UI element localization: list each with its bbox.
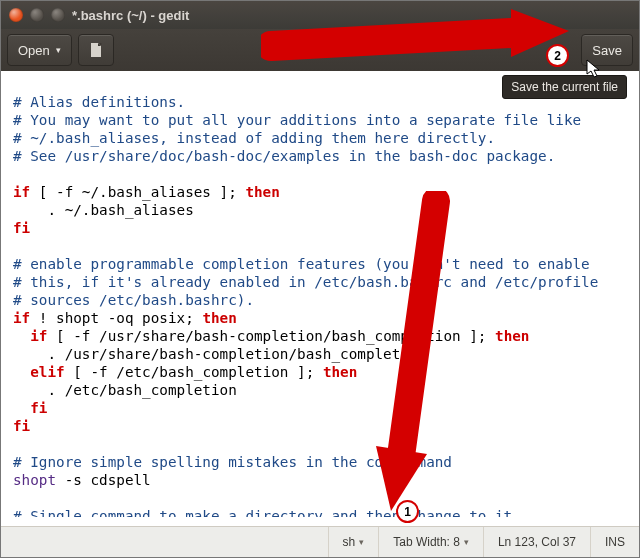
save-button-label: Save xyxy=(592,43,622,58)
annotation-badge-1: 1 xyxy=(396,500,419,523)
kw-fi: fi xyxy=(13,400,47,416)
code-comment: # sources /etc/bash.bashrc). xyxy=(13,292,254,308)
kw-if: if xyxy=(13,310,30,326)
kw-elif: elif xyxy=(13,364,65,380)
code-comment: # See /usr/share/doc/bash-doc/examples i… xyxy=(13,148,555,164)
window-close-icon[interactable] xyxy=(9,8,23,22)
kw-then: then xyxy=(245,184,279,200)
code-line: . ~/.bash_aliases xyxy=(13,202,194,218)
annotation-arrow xyxy=(361,191,481,521)
chevron-down-icon: ▾ xyxy=(359,537,364,547)
code-line: . /etc/bash_completion xyxy=(13,382,237,398)
code-comment: # enable programmable completion feature… xyxy=(13,256,590,272)
status-language[interactable]: sh▾ xyxy=(328,527,379,557)
kw-if: if xyxy=(13,328,47,344)
cmd-shopt: shopt xyxy=(13,472,56,488)
open-button[interactable]: Open ▾ xyxy=(7,34,72,66)
window-title: *.bashrc (~/) - gedit xyxy=(72,8,189,23)
chevron-down-icon: ▾ xyxy=(56,45,61,55)
status-tab-width[interactable]: Tab Width: 8▾ xyxy=(378,527,483,557)
annotation-badge-2: 2 xyxy=(546,44,569,67)
code-comment: # Alias definitions. xyxy=(13,94,185,110)
cursor-icon xyxy=(586,59,602,79)
chevron-down-icon: ▾ xyxy=(464,537,469,547)
new-document-icon xyxy=(88,42,104,58)
code-comment: # You may want to put all your additions… xyxy=(13,112,581,128)
window-minimize-icon[interactable] xyxy=(30,8,44,22)
open-button-label: Open xyxy=(18,43,50,58)
annotation-arrow xyxy=(261,1,581,81)
window-maximize-icon[interactable] xyxy=(51,8,65,22)
status-cursor-position: Ln 123, Col 37 xyxy=(483,527,590,557)
code-comment: # this, if it's already enabled in /etc/… xyxy=(13,274,598,290)
kw-fi: fi xyxy=(13,220,30,236)
kw-if: if xyxy=(13,184,30,200)
code-comment: # ~/.bash_aliases, instead of adding the… xyxy=(13,130,495,146)
kw-then: then xyxy=(495,328,529,344)
kw-then: then xyxy=(202,310,236,326)
text-editor[interactable]: # Alias definitions. # You may want to p… xyxy=(1,71,639,517)
kw-then: then xyxy=(323,364,357,380)
save-tooltip: Save the current file xyxy=(502,75,627,99)
kw-fi: fi xyxy=(13,418,30,434)
status-bar: sh▾ Tab Width: 8▾ Ln 123, Col 37 INS xyxy=(1,526,639,557)
status-insert-mode[interactable]: INS xyxy=(590,527,639,557)
new-tab-button[interactable] xyxy=(78,34,114,66)
